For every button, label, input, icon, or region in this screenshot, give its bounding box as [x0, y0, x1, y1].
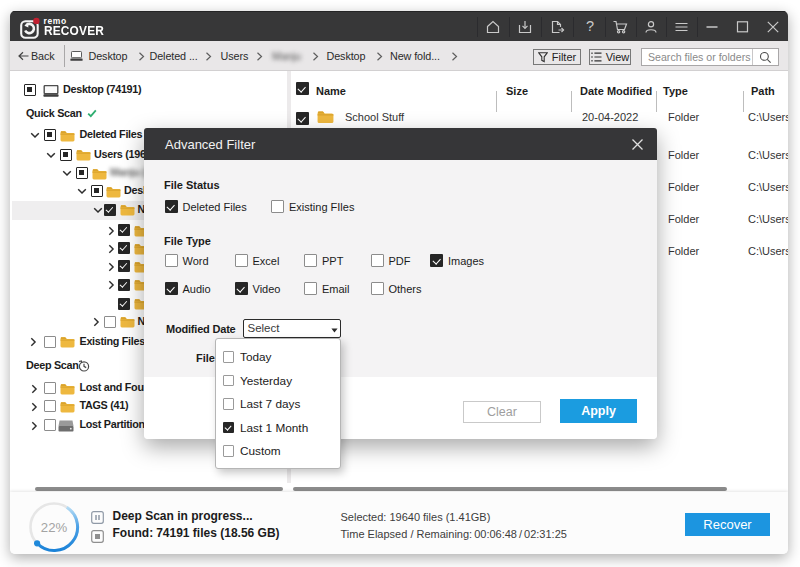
- svg-text:22%: 22%: [40, 520, 67, 535]
